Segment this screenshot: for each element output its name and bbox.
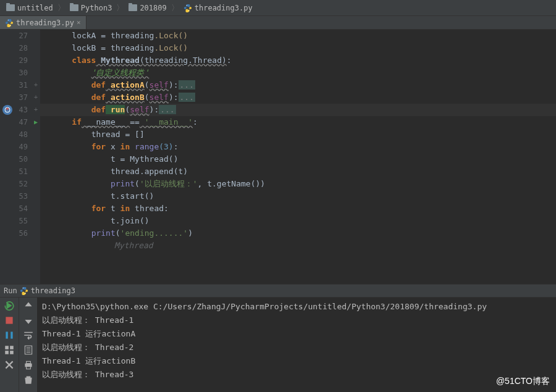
fold-icon[interactable]: +: [34, 91, 38, 104]
svg-point-3: [10, 25, 11, 25]
chevron-right-icon: 〉: [116, 2, 124, 14]
svg-rect-9: [11, 332, 12, 338]
line-number: 29: [19, 54, 28, 67]
console-output[interactable]: D:\Python35\python.exe C:/Users/ZhangJ/P…: [37, 298, 556, 392]
python-file-icon: [5, 19, 14, 27]
svg-rect-10: [5, 346, 9, 349]
print-icon[interactable]: [23, 359, 34, 370]
folder-icon: [128, 4, 137, 11]
breadcrumb-item[interactable]: Python3: [67, 2, 115, 14]
line-number: 43: [19, 104, 28, 116]
console-line: Thread-1 运行actionB: [42, 354, 551, 368]
line-number: 28: [19, 42, 28, 54]
close-icon[interactable]: ×: [77, 19, 81, 27]
line-number: 37: [19, 91, 28, 104]
svg-rect-16: [26, 361, 30, 363]
gutter: 27 28 29 30 31+ 37+ 43+ 47▶ 48 49 50 51 …: [0, 30, 40, 284]
run-label: Run: [4, 286, 17, 295]
up-icon[interactable]: [23, 300, 34, 311]
console-line: D:\Python35\python.exe C:/Users/ZhangJ/P…: [42, 300, 551, 314]
scroll-icon[interactable]: [23, 344, 34, 356]
line-number: 49: [19, 141, 28, 153]
tab-bar: threading3.py ×: [0, 16, 556, 30]
line-number: 47: [19, 116, 28, 128]
breadcrumb-label: untitled: [17, 4, 53, 12]
console-line: 以启动线程： Thread-2: [42, 341, 551, 354]
close-panel-icon[interactable]: [4, 359, 15, 370]
stop-icon[interactable]: [4, 315, 15, 326]
down-icon[interactable]: [23, 315, 34, 326]
line-number: 31: [19, 79, 28, 91]
svg-rect-11: [10, 346, 14, 349]
chevron-right-icon: 〉: [57, 2, 65, 14]
line-number: 55: [19, 215, 28, 227]
svg-rect-8: [6, 332, 7, 338]
line-number: 52: [19, 178, 28, 190]
code-area[interactable]: lockA = threading.Lock() lockB = threadi…: [40, 30, 556, 284]
fold-icon[interactable]: +: [34, 104, 38, 116]
line-number: 53: [19, 190, 28, 202]
svg-point-1: [188, 10, 189, 10]
svg-point-5: [22, 288, 23, 288]
run-panel: D:\Python35\python.exe C:/Users/ZhangJ/P…: [0, 298, 556, 392]
watermark: @51CTO博客: [496, 376, 550, 387]
breadcrumb: untitled 〉 Python3 〉 201809 〉 threading3…: [0, 0, 556, 16]
run-toolbar-left: [0, 298, 19, 392]
folder-icon: [70, 4, 78, 11]
svg-rect-12: [5, 351, 9, 354]
breadcrumb-label: Python3: [81, 4, 112, 12]
line-number: 48: [19, 128, 28, 141]
console-line: 以启动线程： Thread-3: [42, 368, 551, 382]
run-line-icon[interactable]: ▶: [34, 116, 38, 128]
pause-icon[interactable]: [4, 330, 15, 341]
chevron-right-icon: 〉: [171, 2, 179, 14]
tab-label: threading3.py: [16, 19, 74, 27]
svg-point-6: [25, 293, 25, 294]
line-number: 56: [19, 227, 28, 240]
svg-rect-13: [10, 351, 14, 354]
context-hint: Mythread: [53, 240, 556, 252]
breadcrumb-item-root[interactable]: untitled: [4, 2, 56, 14]
tab-file[interactable]: threading3.py ×: [0, 16, 86, 29]
breadcrumb-item-file[interactable]: threading3.py: [181, 2, 255, 14]
line-number: 27: [19, 30, 28, 42]
svg-point-0: [186, 5, 187, 6]
editor[interactable]: 27 28 29 30 31+ 37+ 43+ 47▶ 48 49 50 51 …: [0, 30, 556, 284]
rerun-icon[interactable]: [4, 300, 15, 311]
run-panel-header: Run threading3: [0, 284, 556, 298]
breadcrumb-label: 201809: [140, 4, 166, 12]
layout-icon[interactable]: [4, 344, 15, 356]
line-number: 54: [19, 202, 28, 215]
override-icon[interactable]: [2, 105, 12, 115]
python-file-icon: [20, 286, 28, 295]
wrap-icon[interactable]: [23, 330, 34, 341]
line-number: 50: [19, 153, 28, 165]
trash-icon[interactable]: [23, 374, 34, 385]
breadcrumb-item[interactable]: 201809: [126, 2, 169, 14]
svg-point-2: [8, 20, 9, 20]
console-line: 以启动线程： Thread-1: [42, 314, 551, 327]
fold-icon[interactable]: +: [34, 79, 38, 91]
folder-icon: [6, 4, 15, 11]
line-number: 51: [19, 165, 28, 178]
svg-rect-7: [6, 317, 12, 323]
breadcrumb-label: threading3.py: [195, 4, 253, 12]
console-line: Thread-1 运行actionA: [42, 327, 551, 341]
line-number: 30: [19, 67, 28, 79]
python-file-icon: [183, 4, 192, 12]
run-config-name: threading3: [31, 286, 75, 295]
run-toolbar-right: [19, 298, 37, 392]
